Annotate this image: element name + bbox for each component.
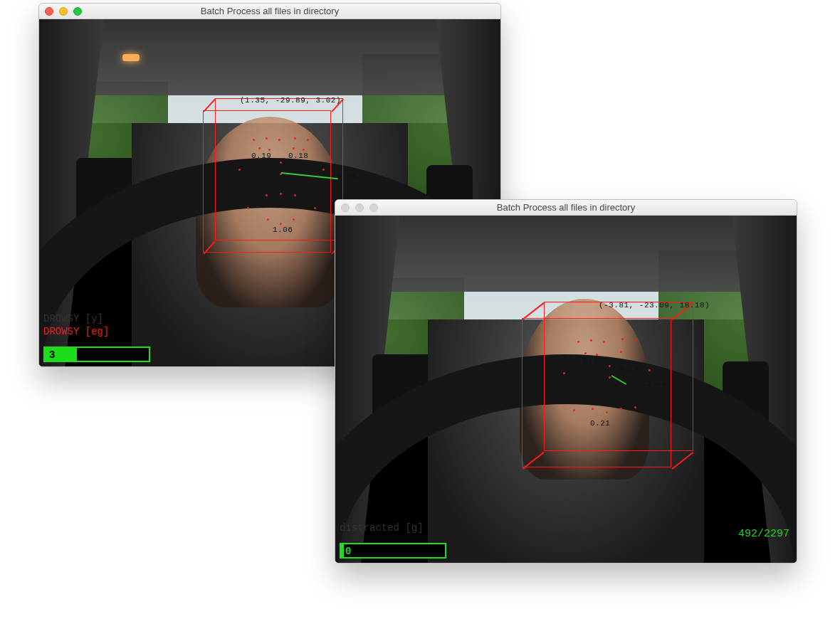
maximize-icon[interactable] xyxy=(369,203,378,212)
gaze-value: 0.89 xyxy=(337,171,357,180)
progress-fill xyxy=(341,544,344,557)
progress-value: 3 xyxy=(49,349,55,361)
right-eye-value: 0.29 xyxy=(619,365,639,374)
video-viewport: (-3.81, -23.09, 18.18) 0.35 0.29 13.99 xyxy=(335,216,797,563)
status-line-1: DROWSY [y] xyxy=(43,312,109,325)
progress-bar: 3 xyxy=(43,346,150,362)
status-line-1: distracted [g] xyxy=(340,522,424,534)
app-window-2[interactable]: Batch Process all files in directory (-3… xyxy=(335,199,797,564)
mouth-value: 1.06 xyxy=(273,226,293,234)
window-title: Batch Process all files in directory xyxy=(335,202,797,213)
close-icon[interactable] xyxy=(45,7,53,16)
traffic-lights xyxy=(39,7,82,16)
progress-bar: 0 xyxy=(340,543,446,559)
status-line-2: DROWSY [eg] xyxy=(43,325,109,338)
head-pose-cube xyxy=(203,110,331,253)
gaze-value: 13.99 xyxy=(641,379,667,388)
left-eye-value: 0.19 xyxy=(251,152,271,160)
status-block: distracted [g] xyxy=(340,522,424,534)
traffic-lights xyxy=(335,203,378,212)
titlebar[interactable]: Batch Process all files in directory xyxy=(39,4,500,19)
window-title: Batch Process all files in directory xyxy=(39,6,500,16)
pose-vector-label: (1.35, -29.89, 3.02) xyxy=(240,96,341,105)
head-pose-cube xyxy=(522,318,671,467)
frame-counter: 492/2297 xyxy=(738,528,789,540)
close-icon[interactable] xyxy=(341,203,350,212)
maximize-icon[interactable] xyxy=(73,7,82,16)
progress-value: 0 xyxy=(345,546,351,557)
mouth-value: 0.21 xyxy=(590,419,610,428)
right-eye-value: 0.18 xyxy=(288,152,308,160)
minimize-icon[interactable] xyxy=(59,7,68,16)
pose-vector-label: (-3.81, -23.09, 18.18) xyxy=(599,301,710,310)
left-eye-value: 0.35 xyxy=(583,356,603,365)
status-block: DROWSY [y] DROWSY [eg] xyxy=(43,312,109,338)
titlebar[interactable]: Batch Process all files in directory xyxy=(335,200,797,216)
minimize-icon[interactable] xyxy=(355,203,364,212)
